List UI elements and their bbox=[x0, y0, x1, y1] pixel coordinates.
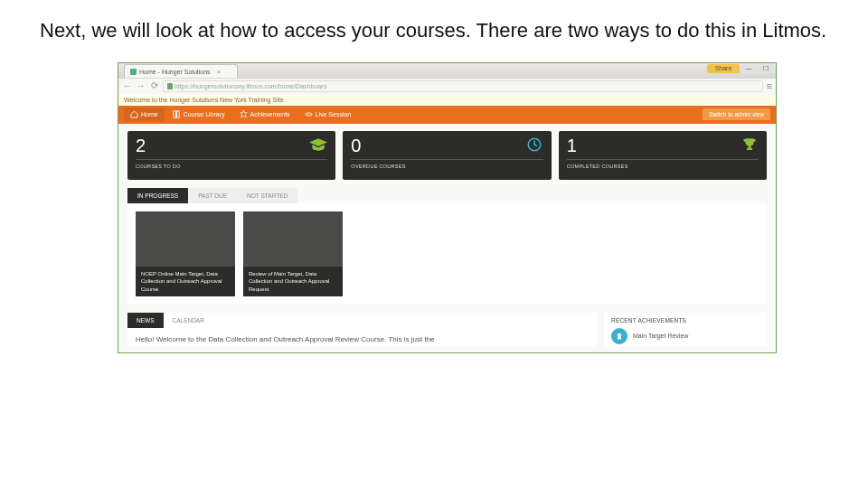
svg-point-2 bbox=[307, 113, 310, 117]
back-button[interactable]: ← bbox=[122, 81, 132, 91]
svg-point-4 bbox=[618, 333, 621, 336]
book-icon bbox=[173, 110, 181, 118]
browser-window: Home - Hunger Solutions × Share — ☐ ← → … bbox=[118, 62, 777, 353]
stat-number: 1 bbox=[567, 136, 577, 155]
stat-label: OVERDUE COURSES bbox=[351, 164, 542, 169]
live-icon bbox=[305, 110, 313, 118]
tab-calendar[interactable]: CALENDAR bbox=[164, 313, 213, 328]
url-text: https://hungersolutionsny.litmos.com/hom… bbox=[175, 83, 326, 89]
course-card[interactable]: NOEP Online Main Target, Data Collection… bbox=[136, 211, 235, 296]
svg-rect-0 bbox=[174, 111, 176, 117]
address-bar: ← → ⟳ https://hungersolutionsny.litmos.c… bbox=[118, 78, 776, 94]
share-button[interactable]: Share bbox=[707, 64, 740, 73]
svg-rect-1 bbox=[176, 111, 179, 117]
star-icon bbox=[240, 110, 248, 118]
reload-button[interactable]: ⟳ bbox=[149, 81, 159, 91]
url-field[interactable]: https://hungersolutionsny.litmos.com/hom… bbox=[163, 80, 763, 92]
lock-icon bbox=[167, 83, 173, 89]
stat-completed[interactable]: 1 COMPLETED COURSES bbox=[559, 131, 767, 180]
forward-button[interactable]: → bbox=[136, 81, 146, 91]
tab-favicon bbox=[130, 69, 137, 75]
nav-label: Live Session bbox=[316, 111, 352, 117]
badge-icon bbox=[611, 328, 627, 344]
clock-icon bbox=[525, 136, 543, 153]
nav-achievements[interactable]: Achievements bbox=[233, 108, 297, 121]
trophy-icon bbox=[741, 136, 759, 153]
browser-tabbar: Home - Hunger Solutions × Share — ☐ bbox=[118, 63, 776, 78]
stats-row: 2 COURSES TO DO 0 OVERDUE COURSES bbox=[127, 131, 767, 180]
course-title: NOEP Online Main Target, Data Collection… bbox=[136, 267, 235, 296]
achievement-label: Main Target Review bbox=[633, 333, 688, 339]
top-nav: Home Course Library Achievements Live Se… bbox=[118, 106, 776, 124]
nav-live-session[interactable]: Live Session bbox=[298, 108, 358, 121]
tab-news[interactable]: NEWS bbox=[127, 313, 164, 328]
news-text: Hello! Welcome to the Data Collection an… bbox=[127, 328, 597, 347]
minimize-button[interactable]: — bbox=[741, 64, 757, 73]
stat-label: COURSES TO DO bbox=[136, 164, 327, 169]
slide-heading: Next, we will look at how to access your… bbox=[40, 18, 828, 44]
browser-tab[interactable]: Home - Hunger Solutions × bbox=[124, 64, 238, 78]
close-icon[interactable]: × bbox=[217, 68, 222, 76]
stat-overdue[interactable]: 0 OVERDUE COURSES bbox=[343, 131, 551, 180]
achievement-item[interactable]: Main Target Review bbox=[611, 328, 760, 344]
menu-icon[interactable]: ≡ bbox=[767, 80, 772, 91]
course-card[interactable]: Review of Main Target, Data Collection a… bbox=[243, 211, 343, 296]
home-icon bbox=[130, 110, 138, 118]
achievements-panel: RECENT ACHIEVEMENTS Main Target Review bbox=[604, 313, 767, 347]
course-title: Review of Main Target, Data Collection a… bbox=[243, 267, 343, 296]
welcome-banner: Welcome to the Hunger Solutions New York… bbox=[118, 94, 776, 106]
dashboard-content: 2 COURSES TO DO 0 OVERDUE COURSES bbox=[118, 124, 776, 352]
nav-label: Home bbox=[141, 111, 158, 117]
stat-label: COMPLETED COURSES bbox=[567, 164, 759, 169]
graduation-icon bbox=[309, 136, 327, 153]
tab-title: Home - Hunger Solutions bbox=[139, 69, 211, 75]
stat-courses-todo[interactable]: 2 COURSES TO DO bbox=[127, 131, 335, 180]
maximize-button[interactable]: ☐ bbox=[758, 64, 774, 73]
course-tabs: IN PROGRESS PAST DUE NOT STARTED bbox=[127, 188, 767, 203]
nav-label: Course Library bbox=[184, 111, 225, 117]
stat-number: 2 bbox=[136, 136, 146, 155]
nav-label: Achievements bbox=[250, 111, 290, 117]
course-cards: NOEP Online Main Target, Data Collection… bbox=[127, 203, 767, 305]
nav-course-library[interactable]: Course Library bbox=[166, 108, 231, 121]
stat-number: 0 bbox=[351, 136, 361, 155]
tab-past-due[interactable]: PAST DUE bbox=[188, 188, 237, 203]
tab-in-progress[interactable]: IN PROGRESS bbox=[127, 188, 188, 203]
nav-home[interactable]: Home bbox=[124, 108, 165, 121]
news-panel: NEWS CALENDAR Hello! Welcome to the Data… bbox=[127, 313, 597, 347]
tab-not-started[interactable]: NOT STARTED bbox=[237, 188, 297, 203]
admin-view-button[interactable]: Switch to admin view bbox=[703, 108, 770, 120]
achievements-title: RECENT ACHIEVEMENTS bbox=[611, 317, 760, 324]
